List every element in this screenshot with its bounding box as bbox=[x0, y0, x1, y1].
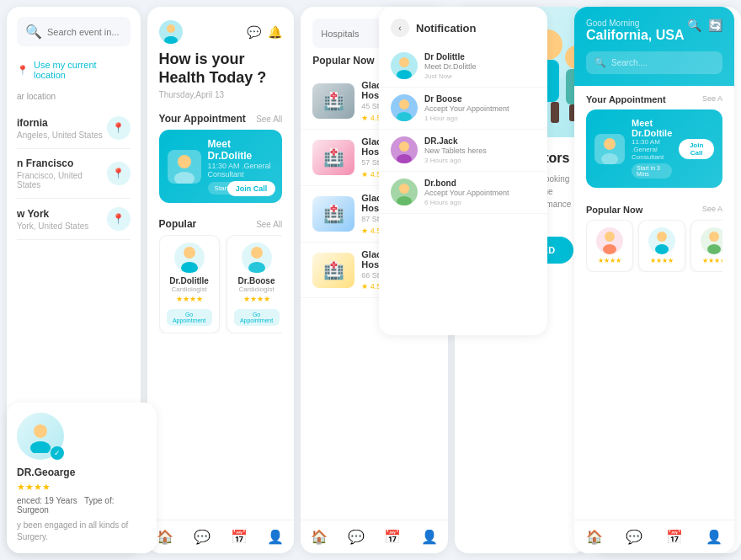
nav-home-icon[interactable]: 🏠 bbox=[586, 529, 603, 545]
svg-point-2 bbox=[167, 24, 175, 33]
svg-point-40 bbox=[655, 244, 669, 254]
svg-point-4 bbox=[178, 155, 191, 168]
hospital-image: 🏥 bbox=[312, 196, 355, 232]
header-action-icons: 🔍 🔄 bbox=[687, 19, 722, 32]
nav-profile-icon[interactable]: 👤 bbox=[706, 529, 722, 545]
cali-appointment-header: Your Appointment See A bbox=[574, 86, 734, 109]
cali-doctor-stars: ★★★★ bbox=[644, 257, 680, 264]
cali-appointment-title: Your Appointment bbox=[586, 94, 666, 104]
doctor-stars: ★★★★ bbox=[234, 295, 280, 303]
notification-text: Dr Dolittle Meet Dr.Dolittle Just Now bbox=[424, 52, 536, 80]
svg-point-3 bbox=[164, 36, 178, 44]
refresh-icon[interactable]: 🔄 bbox=[708, 19, 722, 32]
cali-see-all[interactable]: See A bbox=[702, 94, 722, 104]
location-info: n Francisco Francisco, United States bbox=[17, 157, 107, 189]
location-pin-icon: 📍 bbox=[107, 207, 131, 231]
nav-chat-icon[interactable]: 💬 bbox=[626, 529, 642, 545]
location-info: ifornia Angeles, United States bbox=[17, 117, 103, 140]
cali-doctor-stars: ★★★★ bbox=[592, 257, 627, 264]
location-search-input[interactable] bbox=[47, 27, 122, 37]
hospital-image: 🏥 bbox=[312, 140, 355, 175]
location-dot-icon: 📍 bbox=[17, 65, 29, 76]
california-search-input[interactable] bbox=[611, 58, 714, 67]
appointment-section-header: Your Appointment See All bbox=[147, 106, 295, 130]
notifications-back-button[interactable]: ‹ bbox=[391, 19, 409, 37]
popular-now-title: Popular Now bbox=[312, 55, 374, 67]
notifications-title: Notification bbox=[416, 22, 477, 35]
bottom-nav: 🏠 💬 📅 👤 bbox=[147, 520, 295, 553]
california-search[interactable]: 🔍 bbox=[586, 51, 722, 74]
profile-meta: enced: 19 Years Type of: Surgeon bbox=[17, 496, 147, 515]
use-location-button[interactable]: 📍 Use my current location bbox=[17, 55, 131, 85]
nav-home-icon[interactable]: 🏠 bbox=[311, 529, 328, 545]
cali-doctor-card: ★★★★ bbox=[690, 220, 722, 272]
location-divider-label: ar location bbox=[17, 92, 131, 101]
nav-profile-icon[interactable]: 👤 bbox=[421, 529, 438, 545]
cali-appointment-time: 11:30 AM .General Consultant bbox=[632, 138, 672, 161]
notification-text: Dr.bond Accept Your Appointment 6 Hours … bbox=[424, 179, 536, 206]
cali-join-call-button[interactable]: Join Call bbox=[679, 139, 714, 159]
svg-point-31 bbox=[399, 141, 409, 152]
go-appointment-button[interactable]: Go Appointment bbox=[234, 309, 280, 326]
nav-profile-icon[interactable]: 👤 bbox=[267, 529, 284, 545]
nav-home-icon[interactable]: 🏠 bbox=[157, 529, 173, 545]
location-item[interactable]: n Francisco Francisco, United States 📍 bbox=[17, 149, 131, 199]
svg-point-29 bbox=[399, 99, 409, 109]
california-header: 🔍 🔄 Good Morning California, USA 🔍 bbox=[574, 7, 734, 86]
cali-popular-section: ★★★★ ★★★★ ★★★★ bbox=[574, 220, 734, 272]
location-item[interactable]: w York York, United States 📍 bbox=[17, 199, 131, 240]
cali-start-badge: Start in 3 Mins bbox=[632, 163, 672, 179]
svg-point-36 bbox=[601, 153, 618, 164]
doctor-stars: ★★★★ bbox=[167, 295, 212, 303]
see-all-popular[interactable]: See All bbox=[256, 220, 282, 229]
location-item[interactable]: ifornia Angeles, United States 📍 bbox=[17, 108, 131, 149]
popular-doctors-section: Dr.Dolitlle Cardiologist ★★★★ Go Appoint… bbox=[147, 235, 295, 520]
nav-calendar-icon[interactable]: 📅 bbox=[231, 529, 248, 545]
notif-time: 6 Hours ago bbox=[424, 199, 536, 206]
notif-time: 3 Hours ago bbox=[424, 157, 536, 164]
cali-doctor-avatar bbox=[648, 227, 675, 254]
app-header-top: 💬 🔔 bbox=[159, 20, 283, 44]
location-info: w York York, United States bbox=[17, 208, 88, 231]
search-icon[interactable]: 🔍 bbox=[687, 19, 701, 32]
cali-see-all-popular[interactable]: See A bbox=[702, 205, 722, 215]
appointment-time: 11:30 AM .General Consultant bbox=[208, 162, 275, 179]
svg-rect-17 bbox=[551, 102, 559, 123]
nav-chat-icon[interactable]: 💬 bbox=[194, 529, 211, 545]
cali-doctor-card: ★★★★ bbox=[638, 220, 685, 272]
svg-point-32 bbox=[397, 154, 412, 163]
svg-point-0 bbox=[34, 424, 47, 438]
doctor-name: Dr.Boose bbox=[234, 276, 280, 285]
doctor-name: DR.Geoarge bbox=[17, 467, 147, 478]
notif-avatar bbox=[391, 52, 418, 79]
notif-sender-name: DR.Jack bbox=[424, 136, 536, 146]
svg-point-37 bbox=[605, 232, 615, 242]
notif-avatar bbox=[391, 179, 418, 205]
appointment-card: Meet Dr.Dolitle 11:30 AM .General Consul… bbox=[159, 130, 283, 203]
cali-popular-title: Popular Now bbox=[586, 205, 642, 215]
doctor-card: Dr.Boose Cardiologist ★★★★ Go Appointmen… bbox=[227, 235, 283, 333]
popular-section-header: Popular See All bbox=[147, 211, 295, 235]
cali-doctor-card: ★★★★ bbox=[586, 220, 633, 272]
notification-item: DR.Jack New Tablets heres 3 Hours ago bbox=[379, 130, 547, 172]
notif-sender-name: Dr Boose bbox=[424, 94, 536, 104]
appointment-doctor-avatar bbox=[168, 150, 201, 184]
chat-icon[interactable]: 💬 bbox=[247, 25, 261, 39]
see-all-appointments[interactable]: See All bbox=[256, 115, 282, 124]
notif-sender-name: Dr Dolittle bbox=[424, 52, 536, 61]
go-appointment-button[interactable]: Go Appointment bbox=[167, 309, 212, 326]
svg-point-34 bbox=[397, 196, 412, 205]
svg-point-28 bbox=[397, 70, 412, 79]
svg-point-1 bbox=[30, 441, 51, 453]
notifications-panel: ‹ Notification Dr Dolittle Meet Dr.Dolit… bbox=[379, 7, 547, 335]
nav-chat-icon[interactable]: 💬 bbox=[348, 529, 365, 545]
notification-icon[interactable]: 🔔 bbox=[268, 25, 282, 39]
nav-calendar-icon[interactable]: 📅 bbox=[384, 529, 401, 545]
notif-message: Meet Dr.Dolittle bbox=[424, 62, 536, 71]
verified-badge: ✓ bbox=[51, 446, 64, 460]
nav-calendar-icon[interactable]: 📅 bbox=[666, 529, 683, 545]
location-search-bar[interactable]: 🔍 bbox=[17, 17, 131, 46]
user-avatar bbox=[159, 20, 183, 44]
cali-doctor-name: Meet Dr.Doltile bbox=[632, 118, 672, 138]
join-call-button[interactable]: Join Call bbox=[227, 181, 276, 196]
